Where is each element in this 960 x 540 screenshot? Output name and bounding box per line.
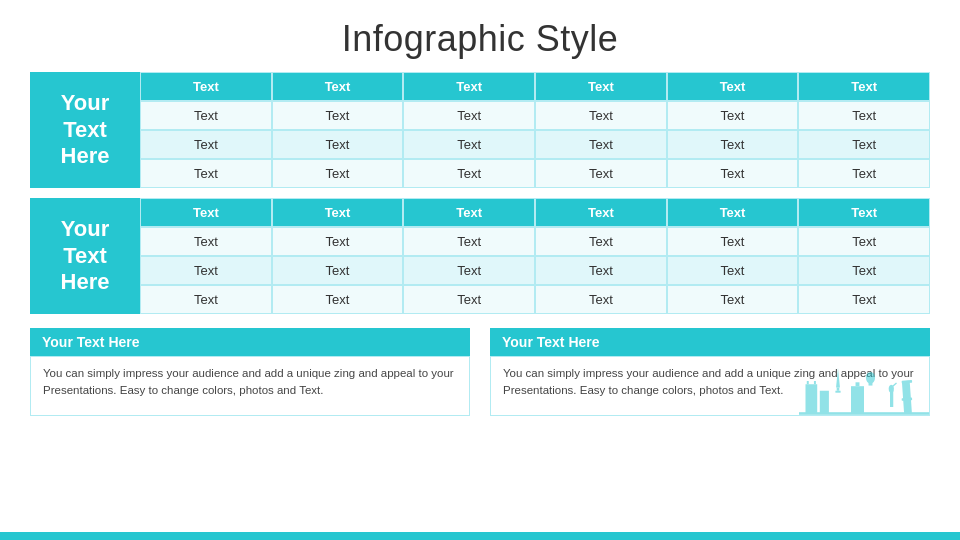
table2-grid: Text Text Text Text Text Text Text Text …	[140, 198, 930, 314]
table-cell: Text	[667, 285, 799, 314]
main-content: Your Text Here Text Text Text Text Text …	[0, 72, 960, 314]
table-cell: Text	[535, 101, 667, 130]
table-cell: Text	[272, 256, 404, 285]
table1-h6: Text	[798, 72, 930, 101]
table1-h5: Text	[667, 72, 799, 101]
bottom-section: Your Text Here You can simply impress yo…	[0, 318, 960, 416]
table-cell: Text	[403, 101, 535, 130]
table2-h6: Text	[798, 198, 930, 227]
svg-point-13	[866, 372, 875, 384]
bottom-strip	[0, 532, 960, 540]
table2-h3: Text	[403, 198, 535, 227]
table2-h2: Text	[272, 198, 404, 227]
svg-rect-8	[856, 382, 860, 386]
svg-rect-5	[814, 381, 816, 384]
table-cell: Text	[535, 227, 667, 256]
svg-rect-9	[890, 391, 893, 407]
table-cell: Text	[140, 130, 272, 159]
table-cell: Text	[272, 285, 404, 314]
page-title: Infographic Style	[0, 0, 960, 72]
table2-h4: Text	[535, 198, 667, 227]
table-cell: Text	[798, 130, 930, 159]
table-block-1: Your Text Here Text Text Text Text Text …	[30, 72, 930, 188]
bottom-card-right-body: You can simply impress your audience and…	[490, 356, 930, 416]
table-cell: Text	[667, 227, 799, 256]
table-cell: Text	[140, 285, 272, 314]
table-cell: Text	[535, 285, 667, 314]
bottom-card-left-body: You can simply impress your audience and…	[30, 356, 470, 416]
svg-marker-0	[836, 368, 840, 388]
table-cell: Text	[272, 227, 404, 256]
bottom-card-left: Your Text Here You can simply impress yo…	[30, 328, 470, 416]
table-cell: Text	[667, 256, 799, 285]
table-cell: Text	[140, 159, 272, 188]
table-cell: Text	[403, 256, 535, 285]
svg-rect-7	[851, 386, 864, 413]
table-cell: Text	[272, 130, 404, 159]
table-cell: Text	[798, 256, 930, 285]
table-cell: Text	[403, 159, 535, 188]
table-cell: Text	[667, 101, 799, 130]
city-silhouette-icon	[799, 360, 929, 415]
svg-rect-1	[837, 388, 840, 391]
table1-h4: Text	[535, 72, 667, 101]
svg-rect-14	[869, 383, 873, 386]
table1-row3: Text Text Text Text Text Text	[140, 159, 930, 188]
table-cell: Text	[798, 285, 930, 314]
table-cell: Text	[272, 101, 404, 130]
table-cell: Text	[667, 130, 799, 159]
table-cell: Text	[798, 101, 930, 130]
table2-h5: Text	[667, 198, 799, 227]
table1-h1: Text	[140, 72, 272, 101]
table-cell: Text	[272, 159, 404, 188]
table1-grid: Text Text Text Text Text Text Text Text …	[140, 72, 930, 188]
table-cell: Text	[535, 256, 667, 285]
table-cell: Text	[798, 227, 930, 256]
table-cell: Text	[140, 256, 272, 285]
table2-label: Your Text Here	[30, 198, 140, 314]
table-cell: Text	[403, 227, 535, 256]
svg-rect-15	[902, 381, 912, 414]
table1-row2: Text Text Text Text Text Text	[140, 130, 930, 159]
table-cell: Text	[667, 159, 799, 188]
table2-header-row: Text Text Text Text Text Text	[140, 198, 930, 227]
svg-rect-18	[799, 412, 929, 415]
svg-rect-2	[835, 391, 840, 393]
table-cell: Text	[403, 285, 535, 314]
table-cell: Text	[798, 159, 930, 188]
table-cell: Text	[535, 159, 667, 188]
table2-row3: Text Text Text Text Text Text	[140, 285, 930, 314]
svg-rect-4	[807, 381, 809, 384]
table2-h1: Text	[140, 198, 272, 227]
table1-header-row: Text Text Text Text Text Text	[140, 72, 930, 101]
svg-rect-16	[902, 380, 913, 383]
table2-row2: Text Text Text Text Text Text	[140, 256, 930, 285]
table-cell: Text	[140, 227, 272, 256]
svg-rect-3	[806, 384, 818, 413]
table1-h3: Text	[403, 72, 535, 101]
table1-row1: Text Text Text Text Text Text	[140, 101, 930, 130]
table-block-2: Your Text Here Text Text Text Text Text …	[30, 198, 930, 314]
table2-row1: Text Text Text Text Text Text	[140, 227, 930, 256]
bottom-card-right: Your Text Here You can simply impress yo…	[490, 328, 930, 416]
bottom-card-right-title: Your Text Here	[490, 328, 930, 356]
table-cell: Text	[140, 101, 272, 130]
table1-label: Your Text Here	[30, 72, 140, 188]
table-cell: Text	[403, 130, 535, 159]
bottom-card-left-title: Your Text Here	[30, 328, 470, 356]
table-cell: Text	[535, 130, 667, 159]
svg-rect-6	[820, 391, 829, 414]
table1-h2: Text	[272, 72, 404, 101]
